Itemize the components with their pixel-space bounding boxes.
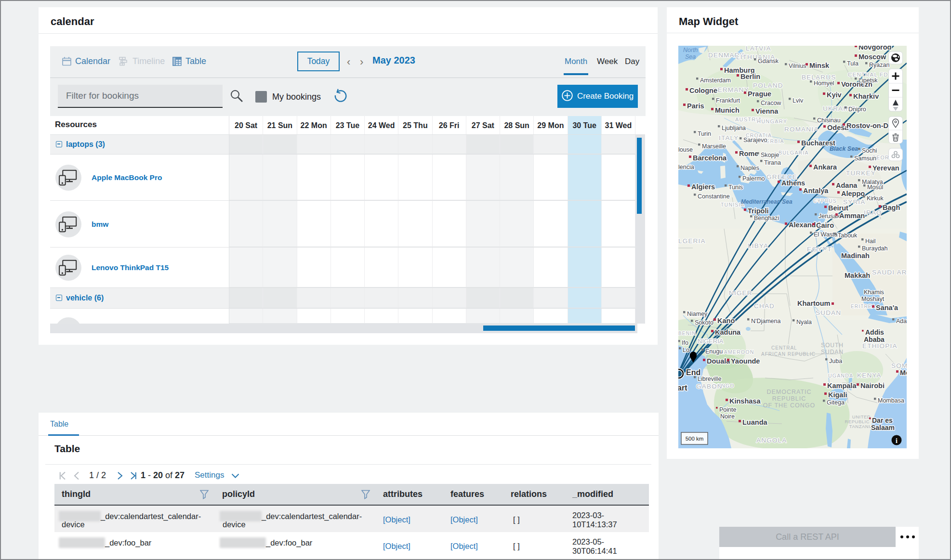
svg-text:Paris: Paris: [687, 102, 704, 110]
svg-text:Dar es: Dar es: [872, 417, 893, 424]
svg-text:Lviv: Lviv: [792, 97, 804, 104]
svg-text:Athens: Athens: [781, 179, 805, 187]
svg-text:Prague: Prague: [748, 90, 771, 98]
svg-text:ITALY: ITALY: [719, 134, 739, 142]
svg-text:ETHIOPIA: ETHIOPIA: [862, 342, 898, 350]
svg-text:Mombasa: Mombasa: [878, 397, 904, 404]
svg-text:Algiers: Algiers: [691, 183, 715, 191]
svg-text:TANZANIA: TANZANIA: [849, 424, 873, 429]
svg-text:Kharkiv: Kharkiv: [853, 92, 879, 100]
svg-text:N'Djamena: N'Djamena: [751, 318, 780, 325]
svg-text:BULGARIA: BULGARIA: [779, 150, 809, 156]
svg-text:500 km: 500 km: [686, 436, 704, 442]
svg-text:Marseille: Marseille: [702, 143, 726, 150]
svg-text:Niamey: Niamey: [687, 311, 708, 317]
svg-text:Amman: Amman: [839, 212, 865, 220]
svg-text:Juba: Juba: [829, 358, 842, 365]
svg-text:Ankara: Ankara: [813, 163, 837, 171]
svg-text:Naples: Naples: [740, 165, 759, 171]
svg-text:Lo: Lo: [683, 347, 689, 353]
svg-text:Ababa: Ababa: [864, 336, 885, 343]
svg-text:Kyiv: Kyiv: [827, 91, 842, 99]
svg-text:Beirut: Beirut: [828, 204, 848, 212]
svg-text:Lipetsk: Lipetsk: [859, 77, 878, 84]
svg-text:Addis: Addis: [865, 328, 884, 336]
svg-text:ROMANIA: ROMANIA: [784, 126, 819, 133]
svg-text:Kaduna: Kaduna: [715, 328, 741, 336]
svg-text:DEMOCRATIC: DEMOCRATIC: [766, 389, 811, 395]
svg-text:Sea: Sea: [685, 53, 696, 60]
svg-text:Barcelona: Barcelona: [693, 154, 727, 162]
svg-text:HUNGARY: HUNGARY: [757, 118, 787, 124]
svg-text:REPUBLIC: REPUBLIC: [772, 395, 806, 402]
svg-text:Dnipro: Dnipro: [848, 106, 866, 113]
svg-text:North: North: [683, 47, 698, 53]
svg-text:Mog: Mog: [900, 369, 907, 377]
svg-text:Benghazi: Benghazi: [754, 215, 779, 221]
svg-text:Moscow: Moscow: [859, 53, 886, 61]
svg-text:lencia: lencia: [678, 164, 694, 170]
svg-text:Antalya: Antalya: [803, 187, 829, 195]
svg-text:LIBYA: LIBYA: [748, 242, 768, 249]
svg-text:Yaounde: Yaounde: [731, 357, 760, 365]
svg-text:AFRICAN REPUBLIC: AFRICAN REPUBLIC: [761, 352, 816, 357]
svg-text:Skopje: Skopje: [761, 152, 779, 158]
svg-text:Cairo: Cairo: [816, 221, 834, 229]
svg-text:Cracow: Cracow: [761, 100, 781, 106]
svg-text:Palermo: Palermo: [742, 175, 765, 182]
svg-text:Minsk: Minsk: [809, 62, 830, 69]
svg-text:Khamis: Khamis: [864, 289, 884, 296]
svg-text:Sochi: Sochi: [862, 147, 877, 154]
svg-text:Sokoto: Sokoto: [695, 319, 713, 326]
svg-text:Aleppo: Aleppo: [841, 190, 865, 197]
svg-text:LATVIA: LATVIA: [746, 46, 771, 52]
svg-text:Buraydah: Buraydah: [862, 245, 888, 252]
svg-text:Tabouk: Tabouk: [838, 232, 858, 239]
svg-text:CENTRAL: CENTRAL: [771, 345, 797, 351]
svg-text:Tirana: Tirana: [764, 159, 781, 166]
svg-text:Rome: Rome: [739, 150, 758, 157]
svg-text:Ifo: Ifo: [682, 339, 688, 346]
svg-text:Ryazan: Ryazan: [869, 62, 889, 68]
svg-text:EGYPT: EGYPT: [807, 246, 832, 253]
svg-text:End: End: [686, 368, 700, 377]
svg-text:CYPRUS: CYPRUS: [813, 198, 837, 204]
svg-text:CAMEROON: CAMEROON: [720, 349, 754, 355]
svg-text:Vienna: Vienna: [755, 107, 779, 115]
svg-text:Frankfurt: Frankfurt: [716, 97, 740, 104]
svg-text:Hail: Hail: [865, 238, 876, 245]
svg-text:Douala: Douala: [707, 357, 730, 365]
svg-text:Gitega: Gitega: [827, 399, 845, 406]
svg-text:Mediterranean Sea: Mediterranean Sea: [741, 198, 792, 205]
svg-text:Moshayt: Moshayt: [861, 296, 885, 302]
svg-text:Kirkuk: Kirkuk: [867, 195, 884, 202]
svg-text:Bagh: Bagh: [883, 204, 900, 211]
svg-text:Nairobi: Nairobi: [860, 382, 885, 390]
svg-text:Adana: Adana: [836, 182, 858, 189]
svg-text:i: i: [896, 437, 898, 444]
svg-text:Libreville: Libreville: [698, 376, 721, 382]
svg-text:Pointe: Pointe: [719, 406, 736, 413]
svg-text:Khartoum: Khartoum: [797, 300, 830, 307]
svg-text:POLAND: POLAND: [753, 82, 783, 89]
svg-text:Luanda: Luanda: [742, 418, 767, 426]
svg-text:Tula: Tula: [847, 60, 859, 67]
svg-text:Sarajevo: Sarajevo: [743, 137, 767, 143]
svg-text:Cologne: Cologne: [689, 87, 717, 94]
svg-text:LGERIA: LGERIA: [678, 237, 706, 245]
svg-text:louse: louse: [678, 146, 693, 153]
svg-text:Gdansk: Gdansk: [758, 58, 779, 65]
svg-text:Amsterdam: Amsterdam: [700, 77, 731, 84]
svg-text:Kano: Kano: [717, 317, 735, 325]
svg-text:Madinah: Madinah: [841, 252, 870, 260]
svg-text:SOMALIA: SOMALIA: [891, 362, 907, 369]
svg-text:Mosul: Mosul: [867, 184, 883, 191]
svg-text:Kampala: Kampala: [827, 382, 857, 390]
svg-text:SAUDI ARA: SAUDI ARA: [872, 269, 907, 276]
svg-text:SUDAN: SUDAN: [816, 309, 841, 316]
svg-text:Vilnius: Vilnius: [789, 63, 806, 69]
svg-text:Novgorod: Novgorod: [859, 46, 891, 51]
svg-text:ERITREA: ERITREA: [851, 304, 876, 309]
svg-text:GABON: GABON: [696, 383, 723, 390]
svg-text:Start: Start: [678, 384, 687, 392]
